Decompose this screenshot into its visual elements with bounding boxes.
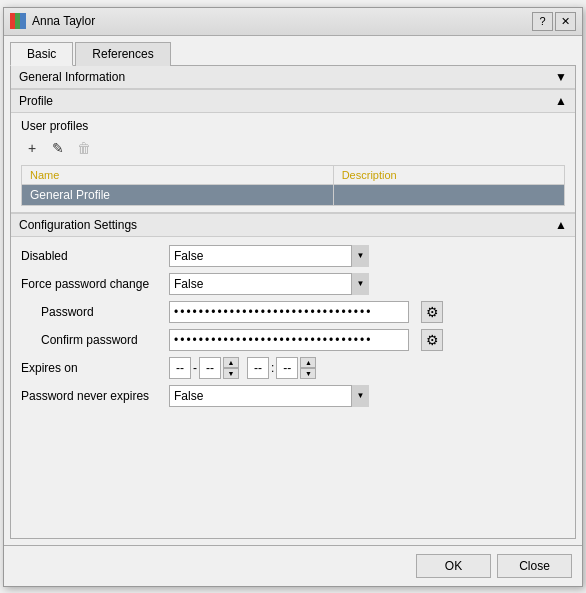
force-password-select[interactable]: False True bbox=[169, 273, 369, 295]
force-password-select-wrapper: False True ▼ bbox=[169, 273, 369, 295]
window-title: Anna Taylor bbox=[32, 14, 526, 28]
time-down-button[interactable]: ▼ bbox=[300, 368, 316, 379]
section-header-config[interactable]: Configuration Settings ▲ bbox=[11, 213, 575, 237]
chevron-up-icon-profile: ▲ bbox=[555, 94, 567, 108]
content-area: Basic References General Information ▼ P… bbox=[4, 36, 582, 545]
chevron-down-icon-general: ▼ bbox=[555, 70, 567, 84]
date-sep-1: - bbox=[192, 361, 198, 375]
title-bar-buttons: ? ✕ bbox=[532, 12, 576, 31]
col-header-description: Description bbox=[333, 165, 564, 184]
password-never-expires-select[interactable]: False True bbox=[169, 385, 369, 407]
profile-toolbar: + ✎ 🗑 bbox=[21, 137, 565, 159]
password-label: Password bbox=[21, 305, 161, 319]
window-icon bbox=[10, 13, 26, 29]
tab-references[interactable]: References bbox=[75, 42, 170, 66]
force-password-label: Force password change bbox=[21, 277, 161, 291]
section-title-general-info: General Information bbox=[19, 70, 125, 84]
confirm-password-row: Confirm password ⚙ bbox=[21, 329, 565, 351]
help-button[interactable]: ? bbox=[532, 12, 553, 31]
user-profiles-label: User profiles bbox=[21, 119, 565, 133]
hour-input[interactable] bbox=[247, 357, 269, 379]
minute-input[interactable] bbox=[276, 357, 298, 379]
settings-icon-password: ⚙ bbox=[426, 304, 439, 320]
delete-profile-button[interactable]: 🗑 bbox=[73, 137, 95, 159]
time-up-button[interactable]: ▲ bbox=[300, 357, 316, 368]
main-window: Anna Taylor ? ✕ Basic References General… bbox=[3, 7, 583, 587]
close-button[interactable]: ✕ bbox=[555, 12, 576, 31]
title-bar: Anna Taylor ? ✕ bbox=[4, 8, 582, 36]
svg-rect-2 bbox=[20, 13, 26, 29]
section-header-profile[interactable]: Profile ▲ bbox=[11, 89, 575, 113]
password-settings-button[interactable]: ⚙ bbox=[421, 301, 443, 323]
disabled-select-wrapper: False True ▼ bbox=[169, 245, 369, 267]
password-never-expires-label: Password never expires bbox=[21, 389, 161, 403]
expires-wrapper: - ▲ ▼ : ▲ bbox=[169, 357, 316, 379]
password-never-expires-row: Password never expires False True ▼ bbox=[21, 385, 565, 407]
footer: OK Close bbox=[4, 545, 582, 586]
password-row: Password ⚙ bbox=[21, 301, 565, 323]
add-icon: + bbox=[28, 140, 36, 156]
disabled-select[interactable]: False True bbox=[169, 245, 369, 267]
expires-on-row: Expires on - ▲ ▼ : bbox=[21, 357, 565, 379]
month-input[interactable] bbox=[199, 357, 221, 379]
profile-table: Name Description General Profile bbox=[21, 165, 565, 206]
delete-icon: 🗑 bbox=[77, 140, 91, 156]
svg-rect-1 bbox=[15, 13, 20, 29]
config-section-content: Disabled False True ▼ Force password cha… bbox=[11, 237, 575, 415]
chevron-up-icon-config: ▲ bbox=[555, 218, 567, 232]
time-sep: : bbox=[270, 361, 275, 375]
ok-button[interactable]: OK bbox=[416, 554, 491, 578]
edit-profile-button[interactable]: ✎ bbox=[47, 137, 69, 159]
section-title-config: Configuration Settings bbox=[19, 218, 137, 232]
confirm-password-input[interactable] bbox=[169, 329, 409, 351]
close-button-footer[interactable]: Close bbox=[497, 554, 572, 578]
day-input[interactable] bbox=[169, 357, 191, 379]
confirm-password-label: Confirm password bbox=[21, 333, 161, 347]
edit-icon: ✎ bbox=[52, 140, 64, 156]
profile-section-content: User profiles + ✎ 🗑 Name bbox=[11, 113, 575, 213]
table-row[interactable]: General Profile bbox=[22, 184, 565, 205]
tab-basic[interactable]: Basic bbox=[10, 42, 73, 66]
force-password-change-row: Force password change False True ▼ bbox=[21, 273, 565, 295]
svg-rect-0 bbox=[10, 13, 15, 29]
profile-name-cell: General Profile bbox=[22, 184, 334, 205]
add-profile-button[interactable]: + bbox=[21, 137, 43, 159]
profile-description-cell bbox=[333, 184, 564, 205]
date-spinner: ▲ ▼ bbox=[223, 357, 239, 379]
section-title-profile: Profile bbox=[19, 94, 53, 108]
password-never-expires-select-wrapper: False True ▼ bbox=[169, 385, 369, 407]
tab-content-basic: General Information ▼ Profile ▲ User pro… bbox=[10, 65, 576, 539]
time-spinner: ▲ ▼ bbox=[300, 357, 316, 379]
time-part: : bbox=[247, 357, 298, 379]
confirm-password-settings-button[interactable]: ⚙ bbox=[421, 329, 443, 351]
disabled-row: Disabled False True ▼ bbox=[21, 245, 565, 267]
disabled-label: Disabled bbox=[21, 249, 161, 263]
settings-icon-confirm: ⚙ bbox=[426, 332, 439, 348]
col-header-name: Name bbox=[22, 165, 334, 184]
tab-bar: Basic References bbox=[10, 42, 576, 66]
date-up-button[interactable]: ▲ bbox=[223, 357, 239, 368]
date-part: - bbox=[169, 357, 221, 379]
password-input[interactable] bbox=[169, 301, 409, 323]
expires-on-label: Expires on bbox=[21, 361, 161, 375]
date-down-button[interactable]: ▼ bbox=[223, 368, 239, 379]
section-header-general-info[interactable]: General Information ▼ bbox=[11, 66, 575, 89]
spacer bbox=[11, 415, 575, 538]
